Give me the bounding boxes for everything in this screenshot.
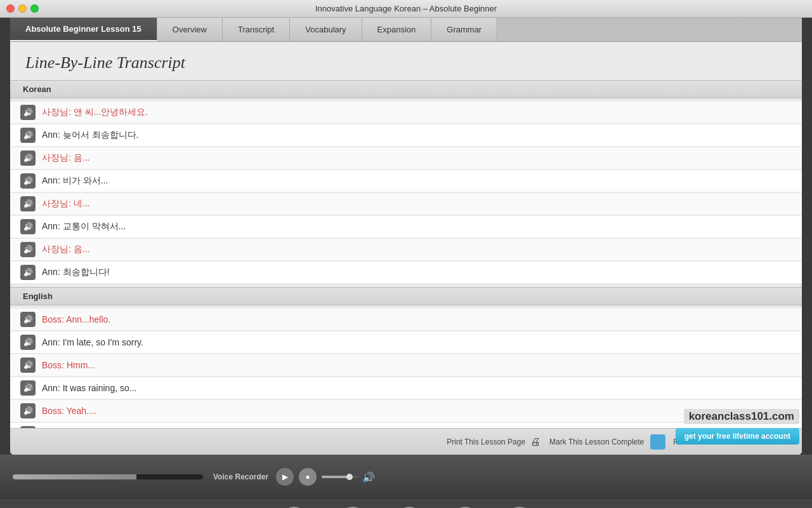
tab-grammar[interactable]: Grammar [431,18,497,41]
audio-button[interactable] [20,358,36,373]
audio-button[interactable] [20,426,36,428]
korean-lines: 사장님: 앤 씨...안녕하세요. Ann: 늦어서 최송합니다. 사장님: 음… [10,98,802,287]
main-window: Absolute Beginner Lesson 15 Overview Tra… [10,18,802,455]
nav-bar: 🏠 Start Page 🔍 Reference 💬 Feedback ℹ Ab… [0,499,812,508]
window-controls [6,4,39,13]
maximize-button[interactable] [30,4,39,13]
volume-slider[interactable]: 🔊 [322,471,375,483]
tab-vocabulary[interactable]: Vocabulary [290,18,362,41]
line-text: Ann: 교통이 막혀서... [42,221,126,232]
nav-item-reference[interactable]: 🔍 Reference [324,504,381,508]
record-button[interactable]: ● [299,468,317,486]
english-section-header: English [10,287,802,305]
line-text: 사장님: 음... [42,152,89,164]
close-button[interactable] [6,4,15,13]
audio-button[interactable] [20,196,36,211]
line-text: Ann: 늦어서 최송합니다. [42,130,138,141]
audio-button[interactable] [20,242,36,257]
line-text: 사장님: 앤 씨...안녕하세요. [42,107,148,118]
minimize-button[interactable] [18,4,27,13]
complete-checkbox[interactable] [650,434,665,450]
audio-button[interactable] [20,380,36,396]
transcript-line: 사장님: 음... [10,239,802,261]
transcript-line: Boss: Ann...hello. [10,309,802,331]
titlebar: Innovative Language Korean – Absolute Be… [0,0,812,18]
transcript-line: 사장님: 앤 씨...안녕하세요. [10,102,802,124]
audio-button[interactable] [20,403,36,418]
window-title: Innovative Language Korean – Absolute Be… [315,4,497,13]
page-title: Line-By-Line Transcript [10,42,802,80]
transcript-line: Boss: Hmm... [10,354,802,377]
line-text: Boss: Hmm... [42,360,95,370]
print-label: Print This Lesson Page [447,438,525,446]
tab-expansion[interactable]: Expansion [362,18,432,41]
nav-item-about-us[interactable]: ℹ About Us [438,504,492,508]
nav-item-news[interactable]: 📡 News [492,504,547,508]
complete-action[interactable]: Mark This Lesson Complete [549,434,665,450]
progress-container [13,474,203,479]
volume-icon: 🔊 [362,471,375,483]
transcript-line: Ann: I'm late, so I'm sorry. [10,331,802,354]
nav-item-feedback[interactable]: 💬 Feedback [381,504,437,508]
transcript-line: Ann: 교통이 막혀서... [10,216,802,238]
player-controls: Voice Recorder ▶ ● 🔊 [213,468,375,486]
volume-knob[interactable] [346,474,353,480]
print-action[interactable]: Print This Lesson Page 🖨 [447,436,542,448]
transcript-line: Ann: 최송합니다! [10,262,802,284]
line-text: Ann: It was raining, so... [42,383,136,393]
volume-fill [322,476,348,478]
free-account-button[interactable]: get your free lifetime account [676,428,799,444]
line-text: 사장님: 음... [42,244,89,255]
line-text: Boss: Ann...hello. [42,314,110,324]
transcript-scroll[interactable]: Korean 사장님: 앤 씨...안녕하세요. Ann: 늦어서 최송합니다.… [10,80,802,428]
line-text: Ann: 최송합니다! [42,267,110,278]
audio-button[interactable] [20,173,36,189]
audio-button[interactable] [20,265,36,280]
transcript-line: Ann: It was raining, so... [10,377,802,399]
print-icon: 🖨 [529,436,542,448]
transcript-line: Ann: 비가 와서... [10,170,802,192]
tab-transcript[interactable]: Transcript [223,18,290,41]
audio-button[interactable] [20,312,36,327]
tab-bar: Absolute Beginner Lesson 15 Overview Tra… [10,18,802,42]
complete-label: Mark This Lesson Complete [549,438,644,446]
branding-area: koreanclass101.com get your free lifetim… [676,409,799,444]
audio-button[interactable] [20,150,36,166]
player-bar: Voice Recorder ▶ ● 🔊 koreanclass101.com … [0,455,812,499]
tab-lesson[interactable]: Absolute Beginner Lesson 15 [10,18,157,41]
brand-site: koreanclass101.com [684,409,799,424]
audio-button[interactable] [20,335,36,350]
audio-button[interactable] [20,128,36,143]
korean-section-header: Korean [10,80,802,98]
line-text: Ann: 비가 와서... [42,175,108,187]
voice-recorder-label: Voice Recorder [213,472,268,481]
progress-bar-background [13,474,203,479]
tab-overview[interactable]: Overview [157,18,223,41]
transcript-line: 사장님: 네... [10,193,802,215]
play-button[interactable]: ▶ [276,468,294,486]
line-text: Boss: Yeah.... [42,406,96,416]
transcript-line: Ann: 늦어서 최송합니다. [10,124,802,147]
content-area: Line-By-Line Transcript Korean 사장님: 앤 씨.… [10,42,802,455]
audio-button[interactable] [20,219,36,234]
transcript-line: 사장님: 음... [10,147,802,170]
line-text: Ann: I'm late, so I'm sorry. [42,337,143,347]
volume-bar [322,476,360,478]
progress-bar-fill [13,474,136,479]
audio-button[interactable] [20,105,36,120]
line-text: 사장님: 네... [42,198,89,210]
nav-item-start-page[interactable]: 🏠 Start Page [265,504,324,508]
